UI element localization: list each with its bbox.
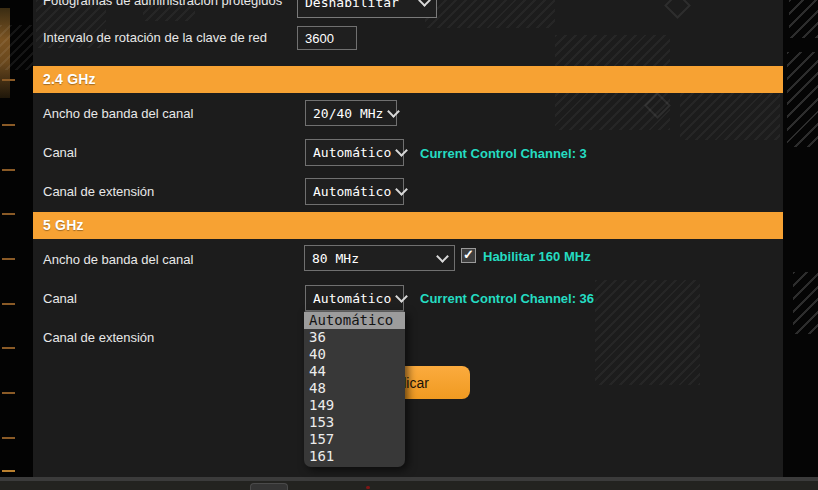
channel-5-select[interactable]: Automático — [305, 285, 404, 311]
section-header-5ghz: 5 GHz — [33, 212, 783, 239]
bandwidth-5-value: 80 MHz — [312, 251, 359, 266]
router-settings-page: Fotogramas de administración protegidos … — [0, 0, 818, 490]
rail-tick — [2, 213, 15, 215]
rail-tick — [2, 303, 15, 305]
key-rotation-input[interactable] — [297, 26, 357, 50]
dropdown-option[interactable]: 48 — [304, 380, 405, 397]
ext-channel-24-select[interactable]: Automático — [305, 178, 404, 205]
protected-frames-label: Fotogramas de administración protegidos — [43, 0, 282, 8]
channel-24-select[interactable]: Automático — [305, 139, 404, 166]
rail-tick — [2, 437, 15, 439]
enable-160mhz-label: Habilitar 160 MHz — [483, 249, 591, 264]
rail-tick — [2, 470, 15, 472]
dropdown-option[interactable]: 149 — [304, 397, 405, 414]
section-header-24ghz: 2.4 GHz — [33, 66, 783, 93]
channel-5-label: Canal — [43, 291, 77, 306]
rail-accent-block — [0, 8, 10, 98]
protected-frames-value: Deshabilitar — [305, 0, 399, 10]
bandwidth-24-select[interactable]: 20/40 MHz — [305, 100, 397, 126]
chevron-down-icon — [418, 0, 431, 7]
rail-tick — [2, 258, 15, 260]
current-channel-5-note: Current Control Channel: 36 — [420, 291, 594, 306]
ext-channel-24-value: Automático — [313, 184, 391, 199]
current-channel-24-note: Current Control Channel: 3 — [420, 146, 587, 161]
bandwidth-24-value: 20/40 MHz — [313, 106, 383, 121]
decor-streak — [787, 52, 818, 147]
dropdown-option[interactable]: 161 — [304, 448, 405, 465]
key-rotation-label: Intervalo de rotación de la clave de red — [43, 30, 267, 45]
protected-frames-select[interactable]: Deshabilitar — [297, 0, 437, 18]
footer-tab — [250, 483, 288, 490]
footer-bar — [0, 481, 818, 490]
channel-5-value: Automático — [313, 291, 391, 306]
rail-tick — [2, 347, 15, 349]
channel-24-value: Automático — [313, 145, 391, 160]
enable-160mhz-checkbox[interactable] — [461, 248, 476, 263]
dropdown-option[interactable]: 157 — [304, 431, 405, 448]
dropdown-option[interactable]: 44 — [304, 363, 405, 380]
dropdown-option[interactable]: 36 — [304, 329, 405, 346]
left-rail — [0, 0, 33, 490]
decor-streak — [789, 0, 818, 38]
rail-tick — [2, 169, 15, 171]
decor-streak — [793, 272, 818, 334]
bandwidth-24-label: Ancho de banda del canal — [43, 106, 193, 121]
dropdown-option[interactable]: Automático — [304, 312, 405, 329]
rail-tick — [2, 124, 15, 126]
channel-24-label: Canal — [43, 145, 77, 160]
bandwidth-5-select[interactable]: 80 MHz — [304, 245, 455, 271]
rail-tick — [2, 392, 15, 394]
chevron-down-icon — [436, 250, 449, 263]
dropdown-option[interactable]: 153 — [304, 414, 405, 431]
bandwidth-5-label: Ancho de banda del canal — [43, 252, 193, 267]
rail-tick — [2, 79, 15, 81]
channel-5-dropdown-list: Automático 36 40 44 48 149 153 157 161 — [304, 311, 405, 467]
ext-channel-24-label: Canal de extensión — [43, 184, 154, 199]
ext-channel-5-label: Canal de extensión — [43, 330, 154, 345]
dropdown-option[interactable]: 40 — [304, 346, 405, 363]
footer-red-dot — [366, 486, 370, 489]
